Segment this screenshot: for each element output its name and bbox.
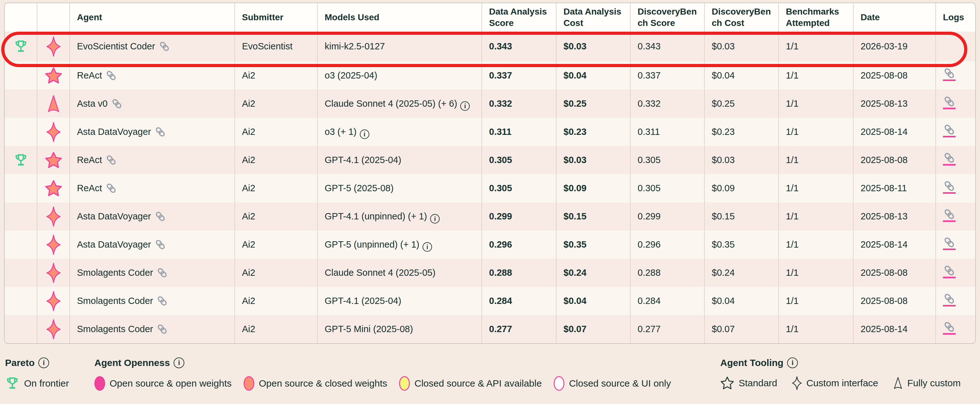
agent-cell: Smolagents Coder (70, 315, 235, 343)
submission-date: 2025-08-08 (861, 70, 907, 80)
agent-link[interactable]: EvoScientist Coder (77, 40, 228, 54)
pareto-info-icon[interactable] (38, 358, 49, 368)
data-analysis-cost-cell: $0.04 (557, 287, 631, 315)
header-agent[interactable]: Agent (70, 3, 235, 32)
date-cell: 2025-08-14 (854, 118, 936, 146)
custom-interface-diamond-icon (46, 122, 61, 143)
benchmarks-attempted: 1/1 (786, 99, 799, 108)
data-analysis-cost-cell: $0.07 (557, 315, 631, 343)
agent-link[interactable]: Asta DataVoyager (77, 125, 228, 139)
logs-link[interactable] (943, 96, 956, 109)
logs-link[interactable] (943, 152, 956, 165)
legend-label: Open source & closed weights (259, 378, 387, 389)
data-analysis-score: 0.343 (489, 41, 512, 51)
agent-link[interactable]: Smolagents Coder (77, 266, 228, 280)
discoverybench-score: 0.311 (638, 127, 660, 137)
benchmarks-attempted-cell: 1/1 (779, 32, 854, 61)
agent-link[interactable]: ReAct (77, 181, 228, 196)
agent-link[interactable]: ReAct (77, 153, 228, 167)
legend-label: Fully custom (907, 378, 961, 388)
model-info-icon[interactable] (430, 214, 440, 224)
header-submitter[interactable]: Submitter (235, 3, 318, 32)
data-analysis-cost-cell: $0.23 (557, 118, 631, 146)
submission-date: 2025-08-08 (861, 155, 907, 165)
star-outline-icon (720, 376, 734, 390)
logs-link[interactable] (943, 265, 956, 278)
data-analysis-score: 0.296 (489, 239, 512, 250)
closed-source-ui-dot-icon (554, 376, 565, 391)
benchmarks-attempted-cell: 1/1 (779, 315, 854, 343)
link-icon (106, 70, 116, 81)
pareto-cell (5, 259, 37, 287)
model-info-icon[interactable] (423, 242, 432, 252)
model-info-icon[interactable] (360, 129, 369, 139)
model-info-icon[interactable] (460, 101, 470, 111)
date-cell: 2025-08-13 (854, 90, 936, 118)
submitter-cell: EvoScientist (235, 32, 318, 61)
header-data-analysis-score[interactable]: Data Analysis Score (482, 3, 557, 32)
data-analysis-score-cell: 0.288 (482, 259, 557, 287)
header-date[interactable]: Date (854, 3, 936, 32)
header-benchmarks-attempted[interactable]: Benchmarks Attempted (779, 3, 854, 32)
header-discoverybench-cost[interactable]: DiscoveryBench Cost (705, 3, 779, 32)
discoverybench-cost-cell: $0.07 (705, 315, 779, 343)
table-row: Asta DataVoyager Ai2 GPT-4.1 (unpinned) … (5, 202, 976, 231)
submitter-cell: Ai2 (235, 287, 318, 315)
data-analysis-cost: $0.15 (563, 211, 587, 221)
agent-link[interactable]: Asta DataVoyager (77, 210, 228, 224)
data-analysis-score: 0.337 (489, 70, 512, 80)
data-analysis-cost: $0.23 (563, 127, 587, 137)
logs-link[interactable] (943, 237, 956, 250)
agent-openness-info-icon[interactable] (173, 358, 185, 368)
data-analysis-score-cell: 0.337 (482, 61, 557, 90)
table-row: ReAct Ai2 GPT-5 (2025-08) 0.305 $0.09 0.… (5, 174, 976, 202)
logs-link[interactable] (943, 293, 956, 307)
logs-link[interactable] (943, 180, 956, 194)
agent-link[interactable]: Asta v0 (77, 97, 228, 111)
agent-link[interactable]: Smolagents Coder (77, 322, 228, 336)
pareto-cell (5, 287, 37, 315)
agent-tooling-info-icon[interactable] (787, 358, 798, 368)
header-discoverybench-score[interactable]: DiscoveryBench Score (631, 3, 705, 32)
standard-star-icon (45, 67, 62, 84)
benchmarks-attempted: 1/1 (786, 155, 799, 165)
discoverybench-score-cell: 0.284 (631, 287, 705, 315)
legend-item-closed-ui: Closed source & UI only (554, 376, 671, 391)
agent-link[interactable]: Asta DataVoyager (77, 238, 228, 252)
header-data-analysis-cost[interactable]: Data Analysis Cost (557, 3, 631, 32)
benchmarks-attempted-cell: 1/1 (779, 90, 854, 118)
logs-cell (936, 90, 976, 118)
logs-link[interactable] (943, 208, 956, 222)
discoverybench-cost: $0.07 (712, 324, 735, 334)
logs-link[interactable] (943, 124, 956, 137)
pareto-cell (5, 61, 37, 90)
logs-cell (936, 61, 976, 90)
header-row: Agent Submitter Models Used Data Analysi… (5, 3, 976, 32)
agent-link[interactable]: Smolagents Coder (77, 294, 228, 308)
discoverybench-cost: $0.15 (712, 211, 735, 221)
discoverybench-score: 0.305 (638, 183, 661, 193)
data-analysis-score-cell: 0.305 (482, 146, 557, 174)
logs-link[interactable] (943, 321, 956, 335)
legend-label: Open source & open weights (110, 378, 232, 389)
logs-link-icon (943, 265, 955, 277)
discoverybench-score-cell: 0.296 (631, 231, 705, 259)
tooling-cell (37, 146, 70, 174)
header-models-used[interactable]: Models Used (318, 3, 482, 32)
agent-link[interactable]: ReAct (77, 69, 228, 83)
data-analysis-score: 0.277 (489, 324, 512, 334)
submission-date: 2026-03-19 (861, 41, 907, 51)
table-row: Smolagents Coder Ai2 GPT-4.1 (2025-04) 0… (5, 287, 976, 315)
date-cell: 2025-08-08 (854, 287, 936, 315)
legend-label: Closed source & API available (414, 378, 542, 389)
agent-name: Asta DataVoyager (77, 238, 151, 252)
logs-link[interactable] (943, 68, 956, 81)
data-analysis-cost-cell: $0.09 (557, 174, 631, 202)
triangle-outline-icon (893, 377, 903, 390)
submitter-name: Ai2 (242, 267, 255, 278)
pareto-cell (5, 90, 37, 118)
discoverybench-score: 0.343 (638, 41, 661, 51)
submitter-name: Ai2 (242, 324, 255, 334)
agent-cell: Asta DataVoyager (70, 118, 235, 146)
custom-interface-diamond-icon (46, 319, 61, 340)
